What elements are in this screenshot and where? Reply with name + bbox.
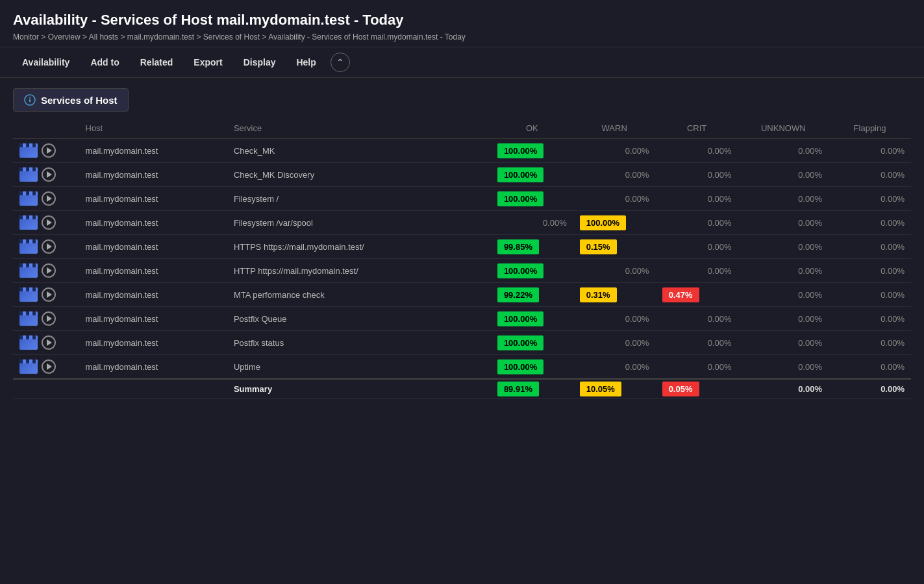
- service-cell[interactable]: Uptime: [227, 355, 491, 380]
- summary-unknown: 0.00%: [738, 379, 829, 399]
- play-button[interactable]: [42, 359, 56, 374]
- service-cell[interactable]: Check_MK: [227, 139, 491, 163]
- play-button[interactable]: [42, 167, 56, 182]
- icons-cell: [13, 307, 79, 331]
- clapboard-icon[interactable]: [19, 311, 38, 326]
- th-warn: WARN: [573, 118, 656, 139]
- table-row: mail.mydomain.testMTA performance check9…: [13, 283, 911, 307]
- value-cell: 0.00%: [656, 307, 738, 331]
- value-cell: 0.00%: [573, 259, 656, 283]
- icons-cell: [13, 187, 79, 211]
- play-button[interactable]: [42, 215, 56, 230]
- host-cell: mail.mydomain.test: [79, 307, 227, 331]
- unknown-cell: 0.00%: [738, 187, 829, 211]
- play-button[interactable]: [42, 287, 56, 302]
- value-cell: 0.00%: [573, 307, 656, 331]
- play-button[interactable]: [42, 239, 56, 254]
- icon-cell: [19, 359, 73, 374]
- nav-item-display[interactable]: Display: [234, 53, 285, 71]
- icon-cell: [19, 191, 73, 206]
- nav-item-related[interactable]: Related: [131, 53, 182, 71]
- icons-cell: [13, 355, 79, 380]
- availability-table: Host Service OK WARN CRIT UNKNOWN Flappi…: [13, 118, 911, 399]
- host-cell: mail.mydomain.test: [79, 355, 227, 380]
- icons-cell: [13, 331, 79, 355]
- service-cell[interactable]: HTTP https://mail.mydomain.test/: [227, 259, 491, 283]
- icons-cell: [13, 139, 79, 163]
- th-icons: [13, 118, 79, 139]
- nav-item-availability[interactable]: Availability: [13, 53, 79, 71]
- clapboard-icon[interactable]: [19, 191, 38, 206]
- flapping-cell: 0.00%: [829, 307, 911, 331]
- flapping-cell: 0.00%: [829, 187, 911, 211]
- host-cell: mail.mydomain.test: [79, 259, 227, 283]
- host-cell: mail.mydomain.test: [79, 211, 227, 235]
- service-cell[interactable]: Filesystem /: [227, 187, 491, 211]
- value-cell: 0.00%: [573, 187, 656, 211]
- host-cell: mail.mydomain.test: [79, 283, 227, 307]
- unknown-cell: 0.00%: [738, 259, 829, 283]
- th-service: Service: [227, 118, 491, 139]
- value-cell: 0.00%: [491, 211, 573, 235]
- ok-value: 99.85%: [497, 239, 539, 254]
- value-cell: 0.00%: [656, 259, 738, 283]
- crit-value: 0.05%: [662, 382, 699, 396]
- service-cell[interactable]: Postfix status: [227, 331, 491, 355]
- unknown-cell: 0.00%: [738, 139, 829, 163]
- play-button[interactable]: [42, 335, 56, 350]
- icon-cell: [19, 287, 73, 302]
- th-unknown: UNKNOWN: [738, 118, 829, 139]
- ok-value: 89.91%: [497, 382, 539, 396]
- table-row: mail.mydomain.testPostfix Queue100.00%0.…: [13, 307, 911, 331]
- service-cell[interactable]: Filesystem /var/spool: [227, 211, 491, 235]
- ok-value: 99.22%: [497, 287, 539, 302]
- ok-value: 100.00%: [497, 311, 543, 326]
- unknown-cell: 0.00%: [738, 235, 829, 259]
- page-title: Availability - Services of Host mail.myd…: [13, 12, 911, 29]
- summary-row: Summary89.91%10.05%0.05%0.00%0.00%: [13, 379, 911, 399]
- clapboard-icon[interactable]: [19, 287, 38, 302]
- ok-value: 100.00%: [497, 143, 543, 158]
- ok-value: 100.00%: [497, 167, 543, 182]
- table-row: mail.mydomain.testUptime100.00%0.00%0.00…: [13, 355, 911, 380]
- table-row: mail.mydomain.testCheck_MK Discovery100.…: [13, 163, 911, 187]
- service-cell[interactable]: Check_MK Discovery: [227, 163, 491, 187]
- clapboard-icon[interactable]: [19, 263, 38, 278]
- collapse-button[interactable]: ⌃: [331, 53, 350, 72]
- play-button[interactable]: [42, 143, 56, 158]
- play-button[interactable]: [42, 263, 56, 278]
- table-header-row: Host Service OK WARN CRIT UNKNOWN Flappi…: [13, 118, 911, 139]
- flapping-cell: 0.00%: [829, 139, 911, 163]
- clapboard-icon[interactable]: [19, 359, 38, 374]
- clapboard-icon[interactable]: [19, 167, 38, 182]
- flapping-cell: 0.00%: [829, 235, 911, 259]
- clapboard-icon[interactable]: [19, 239, 38, 254]
- th-ok: OK: [491, 118, 573, 139]
- icon-cell: [19, 335, 73, 350]
- flapping-cell: 0.00%: [829, 355, 911, 380]
- service-cell[interactable]: MTA performance check: [227, 283, 491, 307]
- svg-rect-2: [29, 99, 31, 103]
- clapboard-icon[interactable]: [19, 335, 38, 350]
- play-button[interactable]: [42, 311, 56, 326]
- icons-cell: [13, 259, 79, 283]
- svg-point-1: [29, 97, 31, 99]
- th-host: Host: [79, 118, 227, 139]
- service-cell[interactable]: HTTPS https://mail.mydomain.test/: [227, 235, 491, 259]
- table-row: mail.mydomain.testHTTPS https://mail.myd…: [13, 235, 911, 259]
- value-cell: 0.00%: [656, 139, 738, 163]
- clapboard-icon[interactable]: [19, 143, 38, 158]
- play-button[interactable]: [42, 191, 56, 206]
- nav-item-add-to[interactable]: Add to: [81, 53, 128, 71]
- nav-item-help[interactable]: Help: [287, 53, 325, 71]
- clapboard-icon[interactable]: [19, 215, 38, 230]
- page-wrapper: Availability - Services of Host mail.myd…: [0, 0, 924, 584]
- section-title-box: Services of Host: [13, 88, 129, 112]
- service-cell[interactable]: Postfix Queue: [227, 307, 491, 331]
- value-cell: 0.00%: [656, 355, 738, 380]
- th-crit: CRIT: [656, 118, 738, 139]
- warn-value: 100.00%: [580, 215, 626, 230]
- nav-item-export[interactable]: Export: [184, 53, 231, 71]
- summary-flapping: 0.00%: [829, 379, 911, 399]
- value-cell: 0.00%: [656, 187, 738, 211]
